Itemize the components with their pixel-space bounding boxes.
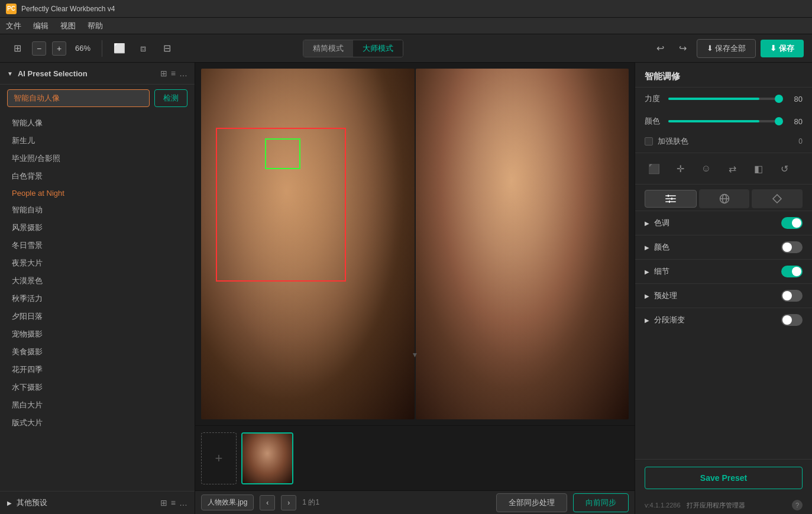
- open-manager-link[interactable]: 打开应用程序管理器: [687, 501, 745, 510]
- tool-icon-rotate[interactable]: ↺: [775, 159, 794, 178]
- more-options-icon[interactable]: …: [179, 69, 187, 78]
- split-view-icon[interactable]: ⧈: [134, 40, 152, 57]
- accordion-tone-knob: [792, 218, 801, 228]
- other-grid-icon[interactable]: ⊞: [160, 498, 167, 507]
- accordion-color-header[interactable]: ▶ 颜色: [635, 235, 812, 259]
- color-fill: [668, 120, 759, 122]
- tool-icon-crop[interactable]: ⬛: [645, 159, 664, 178]
- tool-icon-face[interactable]: ☺: [697, 159, 716, 178]
- accordion-tone-toggle[interactable]: [781, 217, 803, 229]
- adjust-tab-sliders[interactable]: [645, 190, 697, 208]
- preset-header: ▼ AI Preset Selection ⊞ ≡ …: [0, 63, 195, 85]
- preset-item-6[interactable]: 风景摄影: [0, 219, 195, 237]
- preset-item-14[interactable]: 花开四季: [0, 361, 195, 379]
- color-thumb[interactable]: [775, 117, 783, 125]
- after-face-overlay: [416, 69, 629, 419]
- fit-screen-icon[interactable]: ⬜: [111, 40, 128, 57]
- strength-thumb[interactable]: [775, 95, 783, 103]
- thumbnail-item-1[interactable]: [241, 432, 293, 484]
- preset-item-4[interactable]: People at Night: [0, 185, 195, 201]
- strength-label: 力度: [645, 93, 662, 104]
- save-preset-button[interactable]: Save Preset: [645, 467, 803, 489]
- color-slider[interactable]: [668, 120, 782, 122]
- preset-item-2[interactable]: 毕业照/合影照: [0, 150, 195, 167]
- preset-item-8[interactable]: 夜景大片: [0, 254, 195, 272]
- enhance-skin-checkbox[interactable]: [645, 137, 653, 146]
- undo-button[interactable]: ↩: [652, 40, 669, 57]
- save-button[interactable]: ⬇ 保存: [761, 40, 804, 57]
- version-bar: v:4.1.1.2286 打开应用程序管理器 ?: [635, 496, 812, 514]
- preset-item-12[interactable]: 宠物摄影: [0, 325, 195, 343]
- accordion-gradient-label: 分段渐变: [654, 315, 781, 325]
- preset-item-10[interactable]: 秋季活力: [0, 290, 195, 308]
- preset-item-15[interactable]: 水下摄影: [0, 379, 195, 396]
- master-mode-tab[interactable]: 大师模式: [353, 40, 403, 57]
- strength-slider[interactable]: [668, 98, 782, 100]
- accordion-gradient-toggle[interactable]: [781, 314, 803, 326]
- accordion-detail-label: 细节: [654, 266, 781, 277]
- zoom-plus-button[interactable]: +: [52, 41, 66, 56]
- collapse-icon: ▼: [7, 70, 13, 77]
- accordion-color-toggle[interactable]: [781, 241, 803, 253]
- other-list-icon[interactable]: ≡: [171, 498, 176, 507]
- before-image-panel: [201, 69, 415, 419]
- sync-all-button[interactable]: 全部同步处理: [496, 493, 567, 512]
- thumbnail-strip: +: [195, 425, 635, 490]
- grid-view-icon[interactable]: ⊞: [160, 69, 167, 78]
- accordion-gradient-header[interactable]: ▶ 分段渐变: [635, 308, 812, 332]
- strength-value: 80: [788, 95, 803, 104]
- menubar: 文件 编辑 视图 帮助: [0, 18, 812, 34]
- preset-select[interactable]: 智能自动人像: [7, 89, 150, 107]
- simple-mode-tab[interactable]: 精简模式: [303, 40, 353, 57]
- help-icon[interactable]: ?: [792, 500, 803, 510]
- preset-item-3[interactable]: 白色背景: [0, 167, 195, 185]
- strength-fill: [668, 98, 759, 100]
- accordion-detail-knob: [792, 267, 801, 276]
- home-icon[interactable]: ⊞: [8, 40, 26, 57]
- before-face-overlay: [201, 69, 415, 419]
- accordion-tone-header[interactable]: ▶ 色调: [635, 211, 812, 235]
- accordion-gradient: ▶ 分段渐变: [635, 308, 812, 332]
- adjust-tab-effects[interactable]: [752, 189, 803, 208]
- preset-item-7[interactable]: 冬日雪景: [0, 237, 195, 254]
- menu-help[interactable]: 帮助: [88, 21, 103, 31]
- accordion-detail-header[interactable]: ▶ 细节: [635, 260, 812, 283]
- adjust-tab-globe[interactable]: [699, 189, 750, 208]
- list-view-icon[interactable]: ≡: [171, 69, 176, 78]
- titlebar: PC Perfectly Clear Workbench v4: [0, 0, 812, 18]
- preset-item-1[interactable]: 新生儿: [0, 132, 195, 150]
- preset-item-9[interactable]: 大漠景色: [0, 272, 195, 290]
- sync-forward-button[interactable]: 向前同步: [573, 493, 629, 512]
- preset-item-16[interactable]: 黑白大片: [0, 396, 195, 414]
- app-icon: PC: [6, 4, 17, 14]
- save-all-button[interactable]: ⬇ 保存全部: [697, 39, 756, 58]
- svg-rect-3: [668, 195, 669, 197]
- tool-icon-split[interactable]: ◧: [749, 159, 768, 178]
- color-label: 颜色: [645, 116, 662, 127]
- menu-file[interactable]: 文件: [6, 21, 21, 31]
- menu-view[interactable]: 视图: [60, 21, 76, 31]
- accordion-detail-toggle[interactable]: [781, 266, 803, 277]
- accordion-preprocess-header[interactable]: ▶ 预处理: [635, 284, 812, 308]
- preset-item-13[interactable]: 美食摄影: [0, 343, 195, 361]
- filename-selector[interactable]: 人物效果.jpg: [201, 494, 254, 510]
- prev-image-button[interactable]: ‹: [260, 495, 275, 510]
- redo-button[interactable]: ↪: [674, 40, 692, 57]
- crop-icon[interactable]: ⊟: [158, 40, 176, 57]
- svg-rect-2: [665, 201, 676, 202]
- accordion-gradient-knob: [782, 315, 792, 325]
- preset-item-0[interactable]: 智能人像: [0, 114, 195, 132]
- other-presets-collapse-icon: ▶: [7, 500, 12, 506]
- preset-item-17[interactable]: 版式大片: [0, 414, 195, 432]
- tool-icon-transform[interactable]: ✛: [671, 159, 690, 178]
- preset-item-11[interactable]: 夕阳日落: [0, 308, 195, 325]
- add-image-button[interactable]: +: [201, 432, 237, 484]
- next-image-button[interactable]: ›: [281, 495, 296, 510]
- preset-item-5[interactable]: 智能自动: [0, 201, 195, 219]
- detect-button[interactable]: 检测: [154, 89, 187, 107]
- accordion-preprocess-toggle[interactable]: [781, 290, 803, 302]
- other-more-icon[interactable]: …: [179, 498, 187, 507]
- tool-icon-flip[interactable]: ⇄: [723, 159, 742, 178]
- menu-edit[interactable]: 编辑: [33, 21, 48, 31]
- zoom-minus-button[interactable]: −: [32, 41, 46, 56]
